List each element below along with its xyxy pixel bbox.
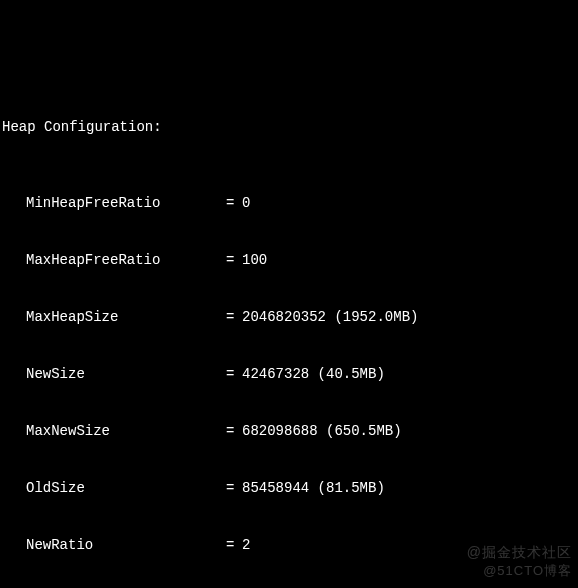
config-value: 2	[242, 537, 250, 553]
config-row: MaxHeapFreeRatio=100	[2, 251, 576, 270]
config-row: NewSize=42467328 (40.5MB)	[2, 365, 576, 384]
config-value: 2046820352 (1952.0MB)	[242, 309, 418, 325]
config-name: NewRatio	[26, 536, 226, 555]
heap-configuration-title: Heap Configuration:	[2, 118, 576, 137]
terminal-output: Heap Configuration: MinHeapFreeRatio=0 M…	[0, 0, 578, 588]
config-value: 42467328 (40.5MB)	[242, 366, 385, 382]
config-name: OldSize	[26, 479, 226, 498]
config-row: MaxHeapSize=2046820352 (1952.0MB)	[2, 308, 576, 327]
equals-sign: =	[226, 308, 242, 327]
config-value: 100	[242, 252, 267, 268]
config-value: 0	[242, 195, 250, 211]
equals-sign: =	[226, 479, 242, 498]
equals-sign: =	[226, 536, 242, 555]
config-value: 85458944 (81.5MB)	[242, 480, 385, 496]
config-row: MaxNewSize=682098688 (650.5MB)	[2, 422, 576, 441]
config-value: 682098688 (650.5MB)	[242, 423, 402, 439]
heap-configuration-section: Heap Configuration: MinHeapFreeRatio=0 M…	[2, 80, 576, 588]
equals-sign: =	[226, 422, 242, 441]
equals-sign: =	[226, 251, 242, 270]
equals-sign: =	[226, 194, 242, 213]
config-row: NewRatio=2	[2, 536, 576, 555]
config-row: OldSize=85458944 (81.5MB)	[2, 479, 576, 498]
config-name: MaxNewSize	[26, 422, 226, 441]
config-row: MinHeapFreeRatio=0	[2, 194, 576, 213]
config-name: NewSize	[26, 365, 226, 384]
equals-sign: =	[226, 365, 242, 384]
config-name: MaxHeapSize	[26, 308, 226, 327]
config-name: MinHeapFreeRatio	[26, 194, 226, 213]
config-name: MaxHeapFreeRatio	[26, 251, 226, 270]
